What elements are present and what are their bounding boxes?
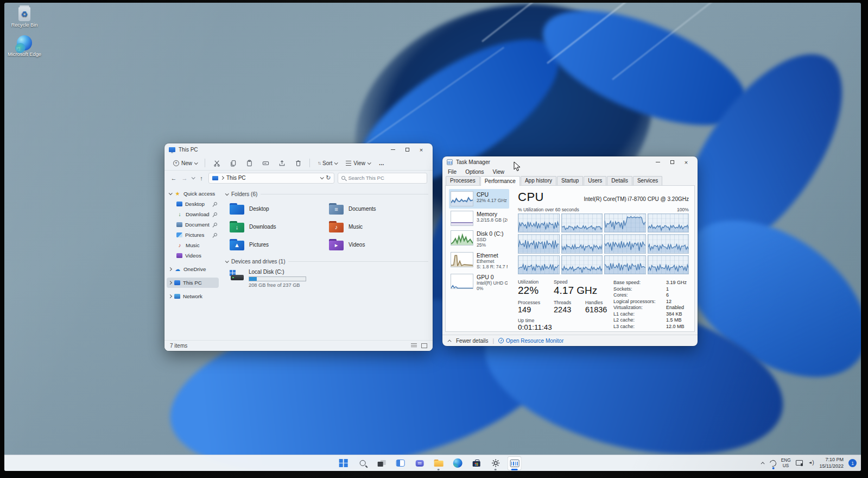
drive-item-c[interactable]: Local Disk (C:) 208 GB free of 237 GB <box>230 269 428 288</box>
menu-options[interactable]: Options <box>465 169 484 175</box>
folder-item-videos[interactable]: ▸ Videos <box>329 237 428 251</box>
taskmgr-titlebar[interactable]: Task Manager × <box>442 156 698 168</box>
sync-icon[interactable] <box>768 458 777 467</box>
recycle-bin-icon: ♻ <box>18 7 30 21</box>
maximize-button[interactable] <box>665 158 679 167</box>
threads-value: 2243 <box>554 305 585 314</box>
hidden-icons-chevron[interactable] <box>761 462 764 466</box>
sidebar-item-onedrive[interactable]: ☁ OneDrive <box>167 264 219 274</box>
edge-button[interactable] <box>451 456 465 470</box>
core-graph <box>604 234 646 253</box>
cut-button[interactable] <box>210 158 224 168</box>
explorer-content: Folders (6) Desktop ≡ Documents ↓ Downlo… <box>220 185 433 336</box>
taskbar-clock[interactable]: 7:10 PM 15/11/2022 <box>820 457 844 469</box>
start-button[interactable] <box>337 456 351 470</box>
more-options-button[interactable]: … <box>376 159 388 168</box>
desktop-icon-recycle-bin[interactable]: ♻ Recycle Bin <box>8 7 41 28</box>
sidebar-item-network[interactable]: Network <box>167 291 219 301</box>
sort-button[interactable]: ↑↓ Sort <box>314 159 340 168</box>
tab-details[interactable]: Details <box>607 176 632 185</box>
search-input[interactable] <box>348 175 423 181</box>
widgets-button[interactable] <box>394 456 408 470</box>
language-indicator[interactable]: ENG US <box>781 458 791 468</box>
large-icons-view-icon[interactable] <box>421 343 427 348</box>
details-view-icon[interactable] <box>411 343 417 348</box>
menu-file[interactable]: File <box>448 169 457 175</box>
view-icon <box>346 161 351 166</box>
store-button[interactable] <box>470 456 484 470</box>
sidebar-item-quick-access[interactable]: ★ Quick access <box>167 188 219 199</box>
new-button[interactable]: + New <box>170 159 200 168</box>
network-icon[interactable] <box>796 460 803 466</box>
folder-item-music[interactable]: ♪ Music <box>329 219 428 234</box>
copy-button[interactable] <box>226 158 240 168</box>
delete-button[interactable] <box>291 158 305 168</box>
sidebar-item-videos[interactable]: Videos <box>167 250 219 261</box>
close-button[interactable]: × <box>679 158 693 167</box>
tab-startup[interactable]: Startup <box>557 176 583 185</box>
chevron-down-icon <box>194 161 198 165</box>
forward-button[interactable]: → <box>181 175 188 181</box>
task-manager-button[interactable] <box>508 456 522 470</box>
rename-button[interactable] <box>258 158 273 168</box>
back-button[interactable]: ← <box>170 175 178 181</box>
breadcrumb-location[interactable]: This PC <box>226 175 246 181</box>
devices-section-header[interactable]: Devices and drives (1) <box>225 257 428 266</box>
tab-performance[interactable]: Performance <box>480 176 520 186</box>
task-view-button[interactable] <box>375 456 389 470</box>
explorer-titlebar[interactable]: This PC × <box>164 143 433 156</box>
search-icon <box>359 460 365 466</box>
sidebar-item-desktop[interactable]: Desktop <box>167 199 219 209</box>
minimize-button[interactable] <box>386 146 400 154</box>
fewer-details-button[interactable]: Fewer details <box>456 338 488 344</box>
share-button[interactable] <box>275 158 289 168</box>
recent-locations-button[interactable] <box>192 175 195 179</box>
sidebar-item-documents[interactable]: Documents <box>167 219 219 230</box>
taskbar-search-button[interactable] <box>356 456 370 470</box>
folder-item-pictures[interactable]: ▲ Pictures <box>230 237 329 251</box>
core-graph <box>518 234 560 253</box>
volume-icon[interactable] <box>808 460 815 466</box>
tab-app-history[interactable]: App history <box>521 176 556 185</box>
sidebar-item-pictures[interactable]: Pictures <box>167 230 219 240</box>
perf-item-ethernet[interactable]: EthernetEthernetS: 1.8 R: 74.7 Mbps <box>449 250 509 272</box>
windows-logo-icon <box>339 459 348 468</box>
view-button[interactable]: View <box>343 159 373 168</box>
desktop-icon <box>176 202 182 206</box>
folder-item-documents[interactable]: ≡ Documents <box>329 202 428 216</box>
address-breadcrumb[interactable]: This PC ↻ <box>208 173 334 184</box>
up-button[interactable]: ↑ <box>198 175 205 181</box>
tab-users[interactable]: Users <box>584 176 606 185</box>
maximize-button[interactable] <box>400 146 414 154</box>
perf-item-disk[interactable]: Disk 0 (C:)SSD25% <box>449 228 509 250</box>
this-pc-icon <box>174 280 180 285</box>
menu-view[interactable]: View <box>493 169 505 175</box>
tab-processes[interactable]: Processes <box>446 176 480 185</box>
perf-item-memory[interactable]: Memory3.2/15.8 GB (20%) <box>449 209 509 228</box>
perf-item-cpu[interactable]: CPU22% 4.17 GHz <box>449 189 509 209</box>
folder-item-desktop[interactable]: Desktop <box>230 202 329 216</box>
paste-button[interactable] <box>242 158 256 168</box>
close-button[interactable]: × <box>414 146 428 154</box>
open-resource-monitor-link[interactable]: Open Resource Monitor <box>498 338 563 344</box>
address-dropdown-icon[interactable] <box>320 175 324 179</box>
desktop-icon-edge[interactable]: ➚ Microsoft Edge <box>8 35 41 57</box>
tab-services[interactable]: Services <box>633 176 662 185</box>
core-graph <box>518 213 560 232</box>
sidebar-item-music[interactable]: ♪ Music <box>167 240 219 250</box>
folders-section-header[interactable]: Folders (6) <box>225 190 428 198</box>
core-graph <box>604 255 646 274</box>
settings-button[interactable] <box>489 456 503 470</box>
taskmgr-window-title: Task Manager <box>456 159 648 165</box>
downloads-folder-icon: ↓ <box>230 221 244 232</box>
file-explorer-button[interactable] <box>432 456 446 470</box>
sidebar-item-downloads[interactable]: ↓ Downloads <box>167 209 219 219</box>
explorer-search[interactable] <box>338 173 427 184</box>
perf-item-gpu[interactable]: GPU 0Intel(R) UHD Graphics ...0% <box>449 272 509 293</box>
refresh-button[interactable]: ↻ <box>326 174 331 181</box>
sidebar-item-this-pc[interactable]: This PC <box>167 278 219 288</box>
notification-badge[interactable]: 1 <box>848 459 857 467</box>
folder-item-downloads[interactable]: ↓ Downloads <box>230 219 329 234</box>
minimize-button[interactable] <box>651 158 665 167</box>
chat-button[interactable] <box>413 456 427 470</box>
